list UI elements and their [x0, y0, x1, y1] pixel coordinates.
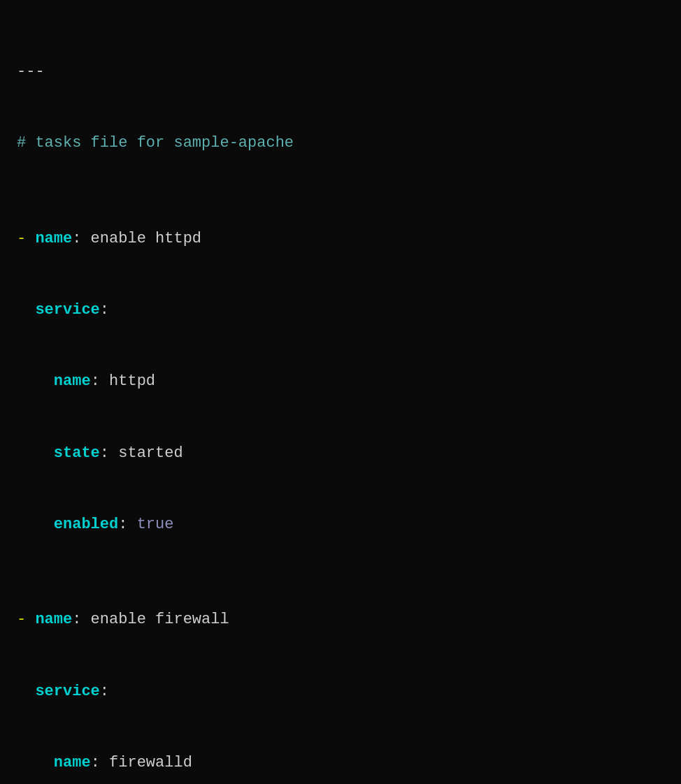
comment-text: # tasks file for sample-apache [17, 134, 294, 152]
task1-service-line: service: [17, 298, 664, 322]
colon: : [72, 230, 81, 247]
indent1 [17, 683, 35, 700]
colon: : [91, 754, 100, 771]
indent1 [17, 301, 35, 319]
indent2 [17, 516, 54, 533]
task2-name-value: enable firewall [81, 611, 229, 628]
task1-state-value: started [109, 444, 183, 462]
key-name4: name [54, 754, 91, 771]
dash2: - [17, 611, 35, 628]
indent2 [17, 372, 54, 390]
colon: : [100, 301, 109, 319]
dash1: - [17, 230, 35, 247]
key-enabled: enabled [54, 516, 118, 533]
separator-line: --- [17, 60, 664, 84]
task1-name-line: - name: enable httpd [17, 227, 664, 251]
colon: : [118, 516, 127, 533]
key-name2: name [54, 372, 91, 390]
task1-svc-name-value: httpd [100, 372, 155, 390]
separator-text: --- [17, 63, 45, 80]
task2-name-line: - name: enable firewall [17, 608, 664, 632]
task2-service-line: service: [17, 680, 664, 704]
colon: : [100, 444, 109, 462]
key-service: service [35, 301, 99, 319]
indent2 [17, 754, 54, 771]
colon: : [100, 683, 109, 700]
task1-enabled-line: enabled: true [17, 513, 664, 537]
key-service2: service [35, 683, 99, 700]
task2-svc-name-line: name: firewalld [17, 751, 664, 775]
colon: : [91, 372, 100, 390]
key-name3: name [35, 611, 72, 628]
task1-state-line: state: started [17, 442, 664, 465]
comment-line: # tasks file for sample-apache [17, 131, 664, 155]
task1-enabled-value: true [127, 516, 173, 533]
key-name: name [35, 230, 72, 247]
colon: : [72, 611, 81, 628]
task1-svc-name-line: name: httpd [17, 370, 664, 393]
code-editor: --- # tasks file for sample-apache - nam… [17, 13, 664, 784]
task2-svc-name-value: firewalld [100, 754, 192, 771]
indent2 [17, 444, 54, 462]
task1-name-value: enable httpd [81, 230, 201, 247]
key-state: state [54, 444, 100, 462]
